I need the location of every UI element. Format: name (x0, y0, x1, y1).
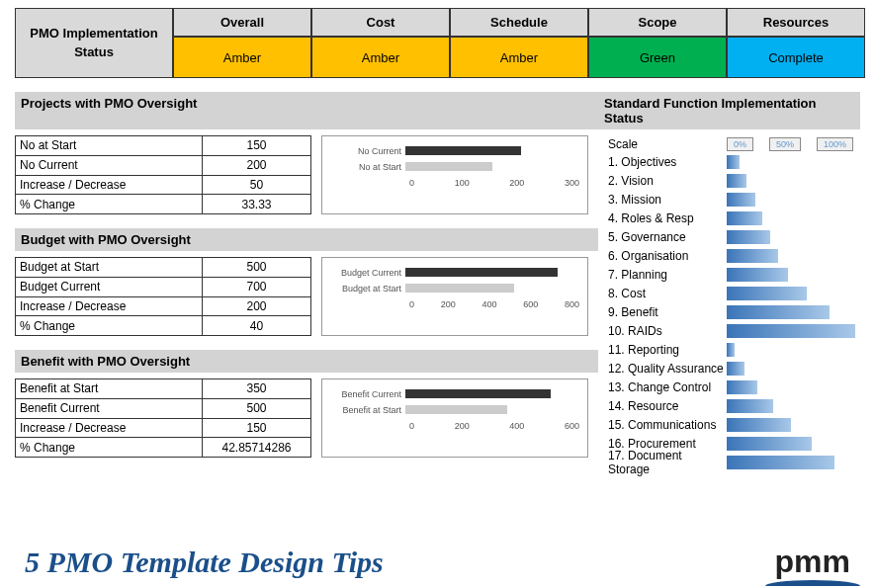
function-row: 14. Resource (608, 397, 860, 415)
scale-label: Scale (608, 137, 727, 151)
chart-bar (405, 405, 507, 414)
budget-block: Budget at Start500 Budget Current700 Inc… (15, 257, 598, 336)
status-overall: Amber (173, 37, 311, 78)
function-bar (727, 155, 740, 169)
projects-table: No at Start150 No Current200 Increase / … (15, 135, 311, 214)
function-label: 12. Quality Assurance (608, 362, 727, 376)
chart-bar-label: Budget Current (330, 268, 405, 278)
chart-bar (405, 162, 492, 171)
function-label: 4. Roles & Resp (608, 211, 727, 225)
footer-title: 5 PMO Template Design Tips (25, 546, 384, 579)
function-bar (727, 343, 735, 357)
chart-bar-label: Benefit Current (330, 389, 405, 399)
function-label: 8. Cost (608, 287, 727, 300)
table-row: No at Start150 (16, 136, 311, 156)
function-bar (727, 193, 755, 207)
chart-bar-row: Benefit at Start (330, 403, 579, 417)
benefit-chart: Benefit CurrentBenefit at Start020040060… (321, 378, 588, 458)
function-row: 2. Vision (608, 172, 860, 190)
status-table: PMO Implementation Status Overall Cost S… (15, 8, 860, 78)
table-row: % Change42.85714286 (16, 438, 311, 458)
function-row: 3. Mission (608, 191, 860, 209)
function-bar (727, 211, 762, 225)
table-row: Benefit Current500 (16, 398, 311, 418)
table-row: Benefit at Start350 (16, 379, 311, 399)
status-header-cost: Cost (311, 8, 450, 37)
chart-bar-row: Budget at Start (330, 282, 579, 295)
chart-bar-row: Budget Current (330, 266, 579, 280)
chart-bar-row: No Current (330, 144, 579, 158)
section-header-projects: Projects with PMO Oversight (15, 92, 598, 129)
function-label: 6. Organisation (608, 249, 727, 263)
table-row: No Current200 (16, 155, 311, 175)
function-bar (727, 324, 855, 338)
budget-table: Budget at Start500 Budget Current700 Inc… (15, 257, 311, 336)
status-header-scope: Scope (588, 8, 727, 37)
table-row: Budget Current700 (16, 277, 311, 296)
function-bar (727, 399, 773, 413)
chart-bar (405, 146, 521, 155)
function-bar (727, 456, 834, 469)
table-row: Increase / Decrease150 (16, 418, 311, 438)
budget-chart: Budget CurrentBudget at Start02004006008… (321, 257, 588, 336)
function-row: 11. Reporting (608, 341, 860, 359)
function-row: 4. Roles & Resp (608, 210, 860, 227)
function-label: 15. Communications (608, 418, 727, 432)
function-row: 9. Benefit (608, 303, 860, 321)
function-label: 3. Mission (608, 193, 727, 207)
section-header-row: Projects with PMO Oversight Standard Fun… (15, 92, 860, 129)
function-row: 12. Quality Assurance (608, 360, 860, 378)
function-row: 6. Organisation (608, 247, 860, 265)
function-row: 8. Cost (608, 285, 860, 302)
function-bar (727, 418, 791, 432)
section-header-budget: Budget with PMO Oversight (15, 228, 598, 251)
chart-bar-row: No at Start (330, 160, 579, 174)
status-header-overall: Overall (173, 8, 311, 37)
status-header-resources: Resources (727, 8, 865, 37)
section-header-benefit: Benefit with PMO Oversight (15, 350, 598, 373)
chart-bar (405, 284, 514, 293)
chart-bar (405, 268, 558, 277)
function-list: 1. Objectives2. Vision3. Mission4. Roles… (608, 153, 860, 471)
status-cost: Amber (311, 37, 450, 78)
right-column: Scale 0% 50% 100% 1. Objectives2. Vision… (608, 135, 860, 472)
benefit-table: Benefit at Start350 Benefit Current500 I… (15, 378, 311, 458)
scale-tick-0: 0% (727, 137, 753, 151)
function-row: 10. RAIDs (608, 322, 860, 340)
function-label: 2. Vision (608, 174, 727, 188)
function-row: 17. Document Storage (608, 454, 860, 471)
table-row: Budget at Start500 (16, 258, 311, 278)
chart-bar-row: Benefit Current (330, 387, 579, 401)
left-column: No at Start150 No Current200 Increase / … (15, 135, 598, 472)
table-row: % Change40 (16, 316, 311, 336)
function-label: 13. Change Control (608, 380, 727, 394)
function-label: 17. Document Storage (608, 449, 727, 476)
function-row: 15. Communications (608, 416, 860, 434)
function-bar (727, 287, 807, 300)
function-bar (727, 362, 744, 376)
scale-tick-50: 50% (769, 137, 801, 151)
chart-bar-label: No Current (330, 146, 405, 156)
chart-bar-label: No at Start (330, 162, 405, 172)
table-row: Increase / Decrease200 (16, 296, 311, 316)
status-resources: Complete (727, 37, 865, 78)
function-bar (727, 268, 788, 282)
projects-block: No at Start150 No Current200 Increase / … (15, 135, 598, 214)
status-scope: Green (588, 37, 727, 78)
footer: 5 PMO Template Design Tips pmm (0, 544, 875, 580)
function-label: 14. Resource (608, 399, 727, 413)
function-row: 1. Objectives (608, 153, 860, 171)
scale-tick-100: 100% (817, 137, 853, 151)
function-bar (727, 437, 812, 451)
function-label: 7. Planning (608, 268, 727, 282)
chart-bar (405, 389, 551, 398)
function-bar (727, 380, 757, 394)
table-row: % Change33.33 (16, 195, 311, 214)
chart-axis: 0200400600 (409, 421, 579, 431)
chart-axis: 0200400600800 (409, 299, 579, 309)
function-bar (727, 174, 746, 188)
chart-bar-label: Budget at Start (330, 284, 405, 294)
section-header-functions: Standard Function Implementation Status (598, 92, 860, 129)
scale-row: Scale 0% 50% 100% (608, 135, 860, 153)
scale-ticks: 0% 50% 100% (727, 137, 860, 151)
